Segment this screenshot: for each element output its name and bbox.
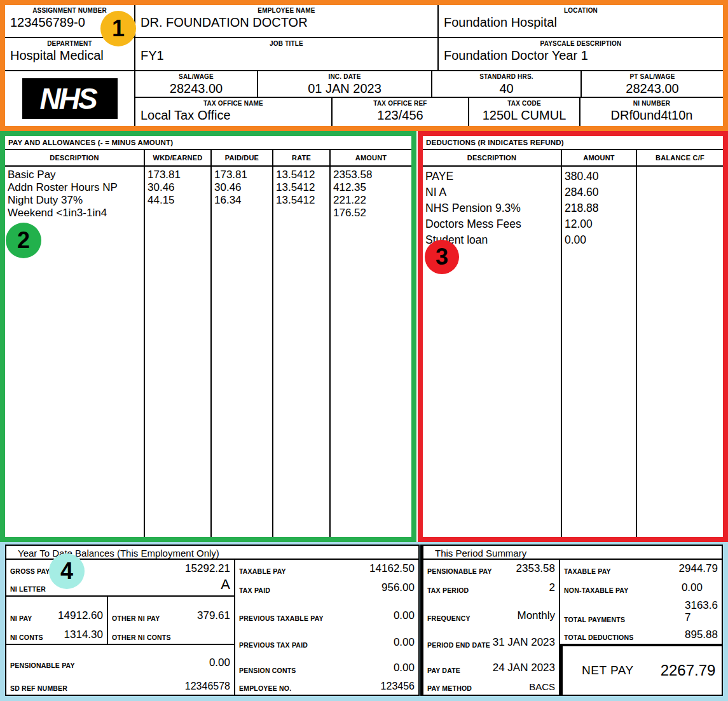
ni-letter-row: NI LETTER A xyxy=(6,578,234,595)
previous-tax-paid-label: PREVIOUS TAX PAID xyxy=(239,641,308,649)
previous-tax-paid-value: 0.00 xyxy=(394,636,415,649)
tax-period-label: TAX PERIOD xyxy=(427,586,469,594)
period-pensionable-pay-label: PENSIONABLE PAY xyxy=(427,567,492,575)
deduction-cell: 0.00 xyxy=(562,232,636,248)
ni-letter-label: NI LETTER xyxy=(10,585,46,593)
deductions-column-balance-cf xyxy=(637,167,723,537)
ytd-taxable-pay-label: TAXABLE PAY xyxy=(239,567,286,575)
deduction-cell: Doctors Mess Fees xyxy=(423,216,561,232)
gross-pay-row: GROSS PAY 15292.21 xyxy=(6,560,234,578)
sd-ref-number-label: SD REF NUMBER xyxy=(10,684,67,692)
period-pensionable-pay-value: 2353.58 xyxy=(516,562,555,575)
pension-conts-value: 0.00 xyxy=(394,662,415,674)
header-right-rows: SAL/WAGE 28243.00 INC. DATE 01 JAN 2023 … xyxy=(135,71,723,126)
total-deductions-label: TOTAL DEDUCTIONS xyxy=(564,634,633,641)
period-taxable-pay-row: TAXABLE PAY 2944.79 xyxy=(560,560,722,578)
previous-taxable-pay-label: PREVIOUS TAXABLE PAY xyxy=(239,614,324,622)
period-summary-panel: This Period Summary PENSIONABLE PAY 2353… xyxy=(420,545,723,696)
pay-cell: 13.5412 xyxy=(273,181,329,194)
employee-no-label: EMPLOYEE NO. xyxy=(239,684,291,692)
header-row-3: SAL/WAGE 28243.00 INC. DATE 01 JAN 2023 … xyxy=(135,71,723,98)
sal-wage-cell: SAL/WAGE 28243.00 xyxy=(135,71,258,97)
deductions-col-header-description: DESCRIPTION xyxy=(423,150,562,165)
location-cell: LOCATION Foundation Hospital xyxy=(439,5,723,37)
annotation-circle-4: 4 xyxy=(49,553,85,589)
pay-cell: 16.34 xyxy=(212,194,272,207)
pay-cell: 30.46 xyxy=(145,181,210,194)
pay-column-wkd-earned: 173.81 30.46 44.15 xyxy=(145,167,212,537)
total-deductions-value: 895.88 xyxy=(685,628,718,641)
deductions-column-description: PAYE NI A NHS Pension 9.3% Doctors Mess … xyxy=(423,167,562,537)
inc-date-cell: INC. DATE 01 JAN 2023 xyxy=(258,71,432,97)
pay-col-header-amount: AMOUNT xyxy=(331,150,411,165)
header-row-group: NHS SAL/WAGE 28243.00 INC. DATE 01 JAN 2… xyxy=(5,71,723,126)
deductions-table-header: DESCRIPTION AMOUNT BALANCE C/F xyxy=(423,150,723,167)
tax-office-ref-value: 123/456 xyxy=(333,107,468,123)
nhs-logo-cell: NHS xyxy=(5,71,135,126)
pay-cell: Weekend <1in3-1in4 xyxy=(5,207,144,219)
pay-cell: 13.5412 xyxy=(273,194,329,207)
ni-conts-value: 1314.30 xyxy=(64,628,103,641)
ytd-left-column: GROSS PAY 15292.21 NI LETTER A NI PAY 14… xyxy=(6,560,235,695)
annotation-circle-2: 2 xyxy=(6,223,41,258)
period-pensionable-pay-row: PENSIONABLE PAY 2353.58 xyxy=(423,560,559,578)
deduction-cell: 12.00 xyxy=(562,216,636,232)
pay-cell: 221.22 xyxy=(331,194,411,207)
pay-table-body: Basic Pay Addn Roster Hours NP Night Dut… xyxy=(5,167,411,537)
department-value: Hospital Medical xyxy=(5,47,134,63)
pay-cell: 412.35 xyxy=(331,181,411,194)
tax-period-value: 2 xyxy=(549,581,555,594)
tax-office-name-label: TAX OFFICE NAME xyxy=(135,98,331,107)
deduction-cell xyxy=(637,184,723,200)
employee-no-row: EMPLOYEE NO. 123456 xyxy=(235,677,418,695)
ni-pay-cell: NI PAY 14912.60 xyxy=(6,597,108,625)
pay-method-value: BACS xyxy=(529,681,555,692)
tax-office-ref-label: TAX OFFICE REF xyxy=(333,98,468,107)
pay-cell: 2353.58 xyxy=(331,169,411,181)
period-taxable-pay-label: TAXABLE PAY xyxy=(564,567,611,575)
total-payments-value: 3163.67 xyxy=(685,599,718,623)
sal-wage-value: 28243.00 xyxy=(135,80,257,96)
pt-sal-wage-cell: PT SAL/WAGE 28243.00 xyxy=(582,71,723,97)
deduction-cell: 380.40 xyxy=(562,169,636,184)
pay-cell: 176.52 xyxy=(331,207,411,219)
ytd-pensionable-pay-label: PENSIONABLE PAY xyxy=(10,662,75,669)
deduction-cell: PAYE xyxy=(423,169,561,184)
non-taxable-pay-row: NON-TAXABLE PAY 0.00 xyxy=(560,578,722,597)
period-left-column: PENSIONABLE PAY 2353.58 TAX PERIOD 2 FRE… xyxy=(423,560,560,695)
pt-sal-wage-value: 28243.00 xyxy=(582,80,723,96)
ytd-taxable-pay-row: TAXABLE PAY 14162.50 xyxy=(235,560,418,578)
employee-name-label: EMPLOYEE NAME xyxy=(135,5,437,14)
period-end-date-label: PERIOD END DATE xyxy=(427,641,490,649)
pay-cell xyxy=(212,207,272,219)
pay-date-row: PAY DATE 24 JAN 2023 xyxy=(423,651,559,677)
ytd-taxable-pay-value: 14162.50 xyxy=(369,562,415,575)
ni-number-value: DRf0und4t10n xyxy=(580,107,723,123)
pay-col-header-description: DESCRIPTION xyxy=(5,150,145,165)
pay-cell xyxy=(145,207,210,219)
deduction-cell xyxy=(637,169,723,184)
pt-sal-wage-label: PT SAL/WAGE xyxy=(582,71,723,80)
deductions-title: DEDUCTIONS (R INDICATES REFUND) xyxy=(423,136,723,150)
pay-cell: 173.81 xyxy=(212,169,272,181)
payscale-description-label: PAYSCALE DESCRIPTION xyxy=(439,38,723,47)
previous-tax-paid-row: PREVIOUS TAX PAID 0.00 xyxy=(235,625,418,651)
tax-code-value: 1250L CUMUL xyxy=(469,107,579,123)
non-taxable-pay-label: NON-TAXABLE PAY xyxy=(564,586,628,594)
bottom-summary-section: Year To Date Balances (This Employment O… xyxy=(0,542,728,701)
tax-office-ref-cell: TAX OFFICE REF 123/456 xyxy=(333,98,469,126)
period-end-date-row: PERIOD END DATE 31 JAN 2023 xyxy=(423,625,559,651)
tax-code-cell: TAX CODE 1250L CUMUL xyxy=(469,98,580,126)
pay-date-value: 24 JAN 2023 xyxy=(493,662,555,674)
previous-taxable-pay-row: PREVIOUS TAXABLE PAY 0.00 xyxy=(235,597,418,625)
non-taxable-pay-value: 0.00 xyxy=(682,581,718,594)
pay-cell: Basic Pay xyxy=(5,169,144,181)
tax-office-name-value: Local Tax Office xyxy=(135,107,331,123)
pay-method-row: PAY METHOD BACS xyxy=(423,677,559,695)
period-summary-title: This Period Summary xyxy=(423,546,722,560)
annotation-circle-1: 1 xyxy=(100,11,136,46)
frequency-value: Monthly xyxy=(517,609,555,622)
tax-period-row: TAX PERIOD 2 xyxy=(423,578,559,597)
pension-conts-row: PENSION CONTS 0.00 xyxy=(235,651,418,677)
ni-number-cell: NI NUMBER DRf0und4t10n xyxy=(580,98,723,126)
